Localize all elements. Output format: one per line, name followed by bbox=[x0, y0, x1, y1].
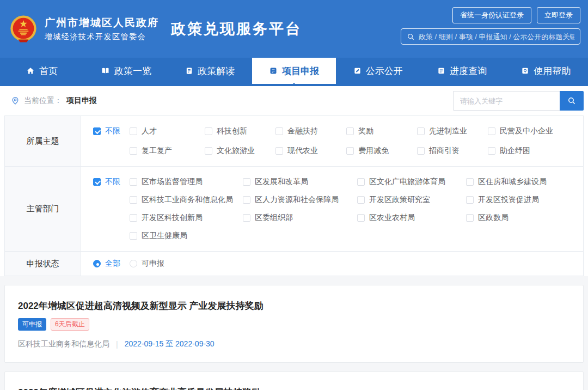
keyword-search-button[interactable] bbox=[560, 91, 584, 111]
department-options: 区市场监督管理局区发展和改革局区文化广电旅游体育局区住房和城乡建设局区科技工业商… bbox=[130, 173, 583, 245]
topic-option[interactable]: 招商引资 bbox=[417, 142, 488, 160]
nav-item-policy-interpretation[interactable]: 政策解读 bbox=[168, 58, 252, 84]
nav-label: 政策一览 bbox=[114, 65, 151, 77]
header-search-input[interactable] bbox=[419, 33, 574, 41]
department-option[interactable]: 区住房和城乡建设局 bbox=[466, 173, 583, 191]
footer-divider: | bbox=[116, 340, 118, 349]
checkbox-icon bbox=[243, 178, 250, 186]
breadcrumb-bar: 当前位置： 项目申报 bbox=[0, 86, 588, 115]
option-label: 金融扶持 bbox=[287, 126, 318, 136]
checkbox-icon bbox=[275, 127, 283, 135]
checkbox-icon bbox=[466, 214, 474, 222]
nav-item-progress-query[interactable]: 进度查询 bbox=[420, 58, 504, 84]
department-option[interactable]: 区委组织部 bbox=[243, 209, 357, 227]
checkbox-icon bbox=[488, 147, 495, 155]
policy-title[interactable]: 2022年度增城区促进文化旅游体育产业高质量发展扶持奖励 bbox=[18, 386, 570, 390]
department-option[interactable]: 开发区投资促进局 bbox=[466, 191, 583, 209]
nav-item-help[interactable]: 使用帮助 bbox=[504, 58, 588, 84]
checkbox-icon bbox=[93, 178, 101, 186]
option-label: 区农业农村局 bbox=[369, 213, 415, 223]
status-radio-all[interactable]: 全部 bbox=[93, 258, 130, 269]
nav-item-home[interactable]: 首页 bbox=[0, 58, 84, 84]
keyword-search-input[interactable] bbox=[453, 91, 560, 111]
option-label: 人才 bbox=[142, 126, 157, 136]
breadcrumb: 当前位置： 项目申报 bbox=[11, 96, 453, 106]
policy-department: 区科技工业商务和信息化局 bbox=[18, 339, 109, 349]
topic-option[interactable]: 文化旅游业 bbox=[205, 142, 275, 160]
option-label: 奖励 bbox=[358, 126, 373, 136]
option-label: 区市场监督管理局 bbox=[142, 177, 203, 187]
nav-label: 公示公开 bbox=[366, 65, 403, 77]
topic-option[interactable]: 费用减免 bbox=[346, 142, 417, 160]
department-option[interactable]: 区人力资源和社会保障局 bbox=[243, 191, 357, 209]
policy-title[interactable]: 2022年增城区促进超高清视频及新型显示 产业发展扶持奖励 bbox=[18, 300, 570, 312]
edit-icon bbox=[353, 66, 362, 75]
topic-option[interactable]: 金融扶持 bbox=[275, 123, 346, 140]
department-option[interactable]: 区市场监督管理局 bbox=[130, 173, 243, 191]
checkbox-icon bbox=[130, 178, 137, 186]
nav-item-public-notice[interactable]: 公示公开 bbox=[336, 58, 420, 84]
option-label: 开发区政策研究室 bbox=[369, 195, 430, 205]
breadcrumb-current: 项目申报 bbox=[66, 96, 97, 106]
keyword-search bbox=[453, 91, 584, 111]
department-option[interactable]: 开发区科技创新局 bbox=[130, 209, 243, 227]
topic-option[interactable]: 科技创新 bbox=[205, 123, 275, 140]
option-label: 区委组织部 bbox=[255, 213, 293, 223]
breadcrumb-prefix: 当前位置： bbox=[24, 96, 62, 106]
header-search[interactable] bbox=[401, 28, 580, 45]
option-label: 区发展和改革局 bbox=[255, 177, 308, 187]
help-icon bbox=[521, 66, 529, 75]
department-option[interactable]: 区农业农村局 bbox=[357, 209, 466, 227]
topic-option[interactable]: 民营及中小企业 bbox=[488, 123, 583, 140]
department-option[interactable]: 区发展和改革局 bbox=[243, 173, 357, 191]
status-badge: 可申报 bbox=[18, 318, 46, 331]
checkbox-icon bbox=[357, 178, 365, 186]
checkbox-icon bbox=[466, 178, 474, 186]
topic-option[interactable]: 奖励 bbox=[346, 123, 417, 140]
option-label: 先进制造业 bbox=[429, 126, 467, 136]
department-option[interactable]: 区卫生健康局 bbox=[130, 227, 243, 245]
topic-option[interactable]: 现代农业 bbox=[275, 142, 346, 160]
radio-icon bbox=[93, 260, 101, 267]
book-icon bbox=[101, 66, 110, 75]
policy-card[interactable]: 2022年增城区促进超高清视频及新型显示 产业发展扶持奖励 可申报 6天后截止 … bbox=[4, 285, 584, 363]
checkbox-icon bbox=[357, 214, 365, 222]
nav-item-project-application[interactable]: 项目申报 bbox=[252, 58, 336, 84]
checkbox-icon bbox=[357, 196, 365, 204]
option-label: 民营及中小企业 bbox=[500, 126, 553, 136]
status-radio-available[interactable]: 可申报 bbox=[130, 258, 164, 269]
checkbox-icon bbox=[488, 127, 495, 135]
checkbox-icon bbox=[243, 196, 250, 204]
login-button[interactable]: 立即登录 bbox=[537, 7, 580, 23]
option-label: 助企纾困 bbox=[500, 146, 530, 156]
option-label: 全部 bbox=[105, 259, 120, 269]
topic-option[interactable]: 复工复产 bbox=[130, 142, 205, 160]
option-label: 现代农业 bbox=[287, 146, 318, 156]
department-option[interactable]: 区文化广电旅游体育局 bbox=[357, 173, 466, 191]
nav-label: 政策解读 bbox=[198, 65, 235, 77]
filter-row-topic: 所属主题 不限 人才科技创新金融扶持奖励先进制造业民营及中小企业复工复产文化旅游… bbox=[5, 116, 583, 167]
topic-option[interactable]: 助企纾困 bbox=[488, 142, 583, 160]
department-option[interactable]: 开发区政策研究室 bbox=[357, 191, 466, 209]
option-label: 开发区投资促进局 bbox=[478, 195, 539, 205]
radio-icon bbox=[130, 260, 137, 267]
option-label: 文化旅游业 bbox=[217, 146, 255, 156]
header-right: 省统一身份认证登录 立即登录 bbox=[401, 0, 580, 58]
department-option[interactable]: 区科技工业商务和信息化局 bbox=[130, 191, 243, 209]
option-label: 区政数局 bbox=[478, 213, 509, 223]
status-options: 全部可申报 bbox=[81, 252, 583, 276]
topic-all-checkbox[interactable]: 不限 bbox=[93, 123, 130, 140]
topic-option[interactable]: 人才 bbox=[130, 123, 205, 140]
checkbox-icon bbox=[130, 127, 137, 135]
nav-item-policy-list[interactable]: 政策一览 bbox=[84, 58, 168, 84]
filter-label-status: 申报状态 bbox=[5, 252, 81, 276]
department-option[interactable]: 区政数局 bbox=[466, 209, 583, 227]
sso-login-button[interactable]: 省统一身份认证登录 bbox=[452, 7, 531, 23]
topic-option[interactable]: 先进制造业 bbox=[417, 123, 488, 140]
option-label: 科技创新 bbox=[217, 126, 247, 136]
option-label: 区科技工业商务和信息化局 bbox=[142, 195, 233, 205]
department-all-checkbox[interactable]: 不限 bbox=[93, 173, 130, 191]
policy-card[interactable]: 2022年度增城区促进文化旅游体育产业高质量发展扶持奖励 可申报 6天后截止 区… bbox=[4, 371, 584, 390]
checkbox-icon bbox=[130, 147, 137, 155]
deadline-badge: 6天后截止 bbox=[51, 318, 89, 331]
